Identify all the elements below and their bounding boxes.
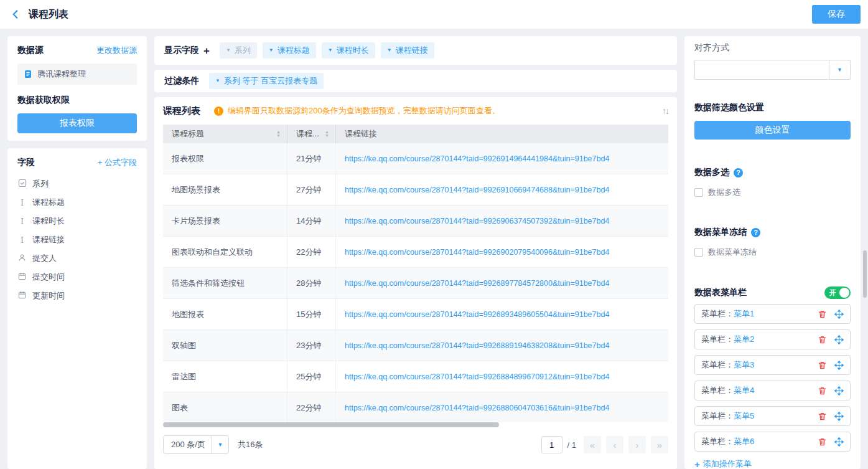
cell-course-link[interactable]: https://ke.qq.com/course/2870144?taid=99… bbox=[336, 299, 668, 329]
display-field-chip-series[interactable]: ▼ 系列 bbox=[220, 42, 257, 59]
menu-bar-title-row: 数据表菜单栏 开 bbox=[694, 287, 851, 299]
delete-menu-button[interactable] bbox=[818, 361, 827, 370]
menu-bar-toggle[interactable]: 开 bbox=[824, 287, 851, 299]
previous-page-button[interactable]: ‹ bbox=[606, 436, 623, 453]
menu-bar-item[interactable]: 菜单栏：菜单1 bbox=[694, 304, 851, 324]
filter-condition-chip[interactable]: ▼ 系列 等于 百宝云报表专题 bbox=[209, 73, 324, 89]
cell-course-link[interactable]: https://ke.qq.com/course/2870144?taid=99… bbox=[336, 330, 668, 361]
move-menu-button[interactable] bbox=[834, 310, 844, 319]
permission-title: 数据获取权限 bbox=[17, 95, 137, 106]
filter-label: 过滤条件 bbox=[164, 75, 199, 87]
move-icon bbox=[834, 437, 844, 447]
table-row: 卡片场景报表 14分钟 https://ke.qq.com/course/287… bbox=[163, 206, 668, 237]
sort-icon[interactable]: ▲▼ bbox=[325, 130, 329, 138]
report-permission-button[interactable]: 报表权限 bbox=[17, 113, 137, 133]
plus-icon: + bbox=[694, 459, 700, 469]
chevron-down-icon: ▼ bbox=[829, 60, 850, 79]
chevron-down-icon: ▼ bbox=[328, 48, 333, 53]
field-item-course-title[interactable]: I课程标题 bbox=[17, 193, 137, 212]
field-item-submit-time[interactable]: 提交时间 bbox=[17, 268, 137, 287]
field-list: 系列 I课程标题 I课程时长 I课程链接 提交人 提交时间 更新时间 bbox=[17, 174, 137, 305]
field-item-series[interactable]: 系列 bbox=[17, 174, 137, 193]
menu-bar-item[interactable]: 菜单栏：菜单6 bbox=[694, 432, 851, 452]
back-button[interactable] bbox=[10, 9, 21, 20]
column-header-course-duration[interactable]: 课程... ▲▼ bbox=[287, 125, 336, 143]
menu-bar-item[interactable]: 菜单栏：菜单2 bbox=[694, 329, 851, 349]
cell-course-title: 地图报表 bbox=[163, 299, 287, 329]
text-field-icon: I bbox=[17, 235, 27, 245]
last-page-button[interactable]: » bbox=[651, 436, 668, 453]
chip-label: 课程链接 bbox=[396, 45, 428, 56]
cell-course-link[interactable]: https://ke.qq.com/course/2870144?taid=99… bbox=[336, 268, 668, 298]
field-item-course-link[interactable]: I课程链接 bbox=[17, 230, 137, 249]
move-menu-button[interactable] bbox=[834, 386, 844, 396]
add-display-field-button[interactable]: + bbox=[203, 45, 210, 56]
cell-course-title: 卡片场景报表 bbox=[163, 206, 287, 236]
table-row: 双轴图 23分钟 https://ke.qq.com/course/287014… bbox=[163, 330, 668, 361]
display-field-chip-course-duration[interactable]: ▼ 课程时长 bbox=[322, 42, 375, 59]
delete-menu-button[interactable] bbox=[818, 412, 827, 421]
cell-course-duration: 28分钟 bbox=[287, 268, 336, 298]
chip-label: 系列 bbox=[235, 45, 251, 56]
cell-course-link[interactable]: https://ke.qq.com/course/2870144?taid=99… bbox=[336, 206, 668, 236]
horizontal-scrollbar[interactable] bbox=[163, 422, 499, 427]
menu-bar-item[interactable]: 菜单栏：菜单4 bbox=[694, 381, 851, 400]
vertical-scrollbar[interactable] bbox=[863, 250, 867, 298]
menu-bar-item[interactable]: 菜单栏：菜单3 bbox=[694, 355, 851, 375]
datasource-item[interactable]: 腾讯课程整理 bbox=[17, 64, 137, 85]
next-page-button[interactable]: › bbox=[628, 436, 646, 453]
help-icon[interactable]: ? bbox=[734, 168, 743, 178]
help-icon[interactable]: ? bbox=[751, 228, 760, 237]
horizontal-scrollbar-track bbox=[163, 422, 668, 427]
page-number-input[interactable]: 1 bbox=[541, 436, 562, 453]
move-menu-button[interactable] bbox=[834, 335, 844, 344]
cell-course-title: 地图场景报表 bbox=[163, 174, 287, 205]
cell-course-duration: 25分钟 bbox=[287, 361, 336, 392]
display-field-chip-course-title[interactable]: ▼ 课程标题 bbox=[263, 42, 316, 59]
table-title: 课程列表 bbox=[163, 105, 200, 117]
cell-course-link[interactable]: https://ke.qq.com/course/2870144?taid=99… bbox=[336, 237, 668, 267]
chip-label: 课程标题 bbox=[278, 45, 310, 56]
move-menu-button[interactable] bbox=[834, 361, 844, 370]
display-field-chips: ▼ 系列 ▼ 课程标题 ▼ 课程时长 ▼ 课程链接 bbox=[220, 42, 434, 59]
cell-course-link[interactable]: https://ke.qq.com/course/2870144?taid=99… bbox=[336, 143, 668, 174]
page-size-select[interactable]: 200 条/页 ▼ bbox=[163, 435, 229, 454]
delete-menu-button[interactable] bbox=[818, 437, 827, 447]
sort-icon[interactable]: ▲▼ bbox=[276, 130, 281, 138]
datasource-title: 数据源 bbox=[17, 45, 44, 56]
delete-menu-button[interactable] bbox=[818, 386, 827, 396]
topbar: 课程列表 保存 bbox=[0, 0, 868, 29]
fields-title: 字段 bbox=[17, 157, 35, 168]
document-icon bbox=[24, 70, 32, 78]
field-item-update-time[interactable]: 更新时间 bbox=[17, 287, 137, 305]
move-icon bbox=[834, 310, 844, 319]
add-formula-field-link[interactable]: + 公式字段 bbox=[98, 157, 137, 168]
plus-icon: + bbox=[98, 158, 103, 167]
cell-course-duration: 14分钟 bbox=[287, 206, 336, 236]
color-settings-button[interactable]: 颜色设置 bbox=[694, 121, 851, 140]
align-label: 对齐方式 bbox=[694, 42, 851, 55]
sort-order-icon[interactable]: ↑↓ bbox=[662, 106, 668, 116]
display-field-chip-course-link[interactable]: ▼ 课程链接 bbox=[381, 42, 434, 59]
column-header-course-title[interactable]: 课程标题 ▲▼ bbox=[163, 125, 287, 143]
cell-course-link[interactable]: https://ke.qq.com/course/2870144?taid=99… bbox=[336, 392, 668, 422]
move-menu-button[interactable] bbox=[834, 412, 844, 421]
save-button[interactable]: 保存 bbox=[812, 5, 861, 24]
align-select[interactable]: ▼ bbox=[694, 60, 851, 80]
select-field-icon bbox=[17, 179, 27, 189]
multi-select-checkbox[interactable]: 数据多选 bbox=[694, 187, 851, 198]
change-datasource-link[interactable]: 更改数据源 bbox=[96, 45, 137, 56]
field-item-submitter[interactable]: 提交人 bbox=[17, 249, 137, 268]
add-operation-menu-link[interactable]: + 添加操作菜单 bbox=[694, 458, 752, 469]
align-select-value bbox=[695, 60, 829, 79]
delete-menu-button[interactable] bbox=[818, 310, 827, 319]
cell-course-link[interactable]: https://ke.qq.com/course/2870144?taid=99… bbox=[336, 361, 668, 392]
field-item-course-duration[interactable]: I课程时长 bbox=[17, 212, 137, 230]
delete-menu-button[interactable] bbox=[818, 335, 827, 344]
cell-course-link[interactable]: https://ke.qq.com/course/2870144?taid=99… bbox=[336, 174, 668, 205]
menu-bar-title: 数据表菜单栏 bbox=[694, 287, 747, 298]
menu-bar-item[interactable]: 菜单栏：菜单5 bbox=[694, 406, 851, 426]
menu-freeze-checkbox[interactable]: 数据菜单冻结 bbox=[694, 247, 851, 258]
move-menu-button[interactable] bbox=[834, 437, 844, 447]
first-page-button[interactable]: « bbox=[584, 436, 601, 453]
